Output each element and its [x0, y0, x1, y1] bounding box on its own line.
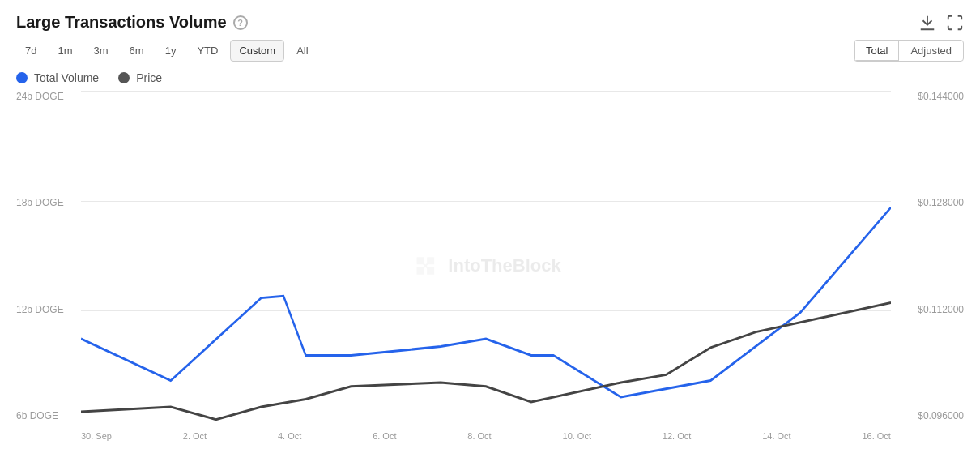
filter-custom[interactable]: Custom [230, 40, 284, 62]
total-volume-dot [16, 72, 28, 83]
header-row: Large Transactions Volume ? [16, 13, 964, 32]
x-label-oct12: 12. Oct [663, 431, 691, 441]
x-label-oct14: 14. Oct [762, 431, 790, 441]
chart-title: Large Transactions Volume [16, 13, 227, 32]
legend-total-volume: Total Volume [16, 71, 99, 84]
y-label-right-144: $0.144000 [918, 91, 964, 102]
y-label-12b: 12b DOGE [16, 304, 81, 315]
toggle-total[interactable]: Total [854, 41, 899, 61]
filter-1y[interactable]: 1y [156, 40, 185, 62]
expand-icon[interactable] [946, 14, 964, 32]
y-label-right-096: $0.096000 [918, 410, 964, 421]
title-area: Large Transactions Volume ? [16, 13, 248, 32]
download-icon[interactable] [918, 14, 936, 32]
blue-line [81, 207, 891, 397]
x-label-oct16: 16. Oct [862, 431, 890, 441]
chart-svg [81, 91, 891, 421]
y-label-24b: 24b DOGE [16, 91, 81, 102]
price-dot [118, 72, 130, 83]
y-label-right-128: $0.128000 [918, 197, 964, 208]
price-label: Price [136, 71, 162, 84]
y-axis-left: 24b DOGE 18b DOGE 12b DOGE 6b DOGE [16, 91, 81, 441]
chart-area: 24b DOGE 18b DOGE 12b DOGE 6b DOGE [16, 91, 964, 441]
toggle-adjusted[interactable]: Adjusted [899, 41, 963, 61]
chart-inner: IntoTheBlock 30. Sep 2. Oct 4. Oct 6. Oc… [81, 91, 891, 441]
y-label-6b: 6b DOGE [16, 410, 81, 421]
y-label-right-112: $0.112000 [918, 304, 964, 315]
x-label-oct2: 2. Oct [183, 431, 207, 441]
x-label-oct8: 8. Oct [467, 431, 491, 441]
help-icon[interactable]: ? [233, 15, 248, 30]
x-label-oct10: 10. Oct [563, 431, 591, 441]
filter-7d[interactable]: 7d [16, 40, 45, 62]
x-label-oct6: 6. Oct [373, 431, 396, 441]
filter-ytd[interactable]: YTD [188, 40, 227, 62]
filter-6m[interactable]: 6m [121, 40, 153, 62]
filter-all[interactable]: All [288, 40, 317, 62]
filter-1m[interactable]: 1m [49, 40, 81, 62]
total-volume-label: Total Volume [34, 71, 99, 84]
chart-container: Large Transactions Volume ? 7d 1m 3m 6m … [0, 0, 980, 449]
controls-row: 7d 1m 3m 6m 1y YTD Custom All Total Adju… [16, 40, 964, 62]
y-label-18b: 18b DOGE [16, 197, 81, 208]
view-toggle: Total Adjusted [854, 40, 964, 62]
x-axis: 30. Sep 2. Oct 4. Oct 6. Oct 8. Oct 10. … [81, 421, 891, 441]
header-icons [918, 14, 964, 32]
filter-3m[interactable]: 3m [85, 40, 117, 62]
time-filters: 7d 1m 3m 6m 1y YTD Custom All [16, 40, 317, 62]
gray-line [81, 303, 891, 420]
y-axis-right: $0.144000 $0.128000 $0.112000 $0.096000 [891, 91, 964, 441]
x-label-oct4: 4. Oct [278, 431, 301, 441]
x-label-sep30: 30. Sep [81, 431, 112, 441]
legend-price: Price [118, 71, 162, 84]
legend-row: Total Volume Price [16, 71, 964, 84]
